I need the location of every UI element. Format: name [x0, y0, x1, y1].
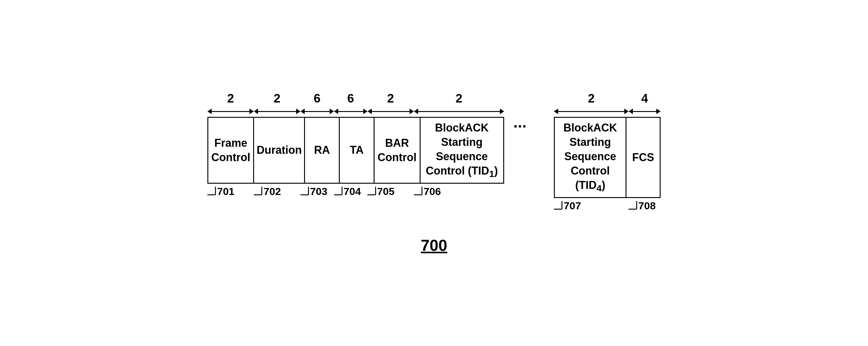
main-block: 2 2 [207, 91, 504, 197]
label-bracket-bss4 [554, 201, 562, 210]
arrow-dur-label: 2 [274, 91, 280, 105]
line-fc [212, 111, 249, 112]
arrow-ra-double [301, 107, 334, 116]
cell-ta-text: TA [350, 143, 364, 157]
arrow-fc: 2 [207, 91, 254, 116]
arrowhead-left-bss4 [554, 109, 558, 114]
label-group-bss4: 707 [554, 199, 628, 212]
arrow-bss4-double [554, 107, 628, 116]
arrow-fcs-double [628, 107, 661, 116]
cell-duration: Duration [254, 117, 305, 184]
arrow-bss4: 2 [554, 91, 628, 116]
arrowhead-left-ra [301, 109, 305, 114]
arrow-ra-label: 6 [313, 91, 320, 105]
arrow-bss1: 2 [414, 91, 504, 116]
cell-blockack-seq4: BlockACKStartingSequenceControl (TID4) [554, 117, 626, 198]
arrow-ra: 6 [301, 91, 334, 116]
label-text-dur: 702 [264, 185, 281, 197]
cell-fc-text: Frame Control [211, 136, 251, 165]
line-fcs [633, 111, 656, 112]
label-bracket-ta [334, 187, 342, 195]
label-text-fc: 701 [217, 185, 235, 197]
arrowhead-right-fcs [656, 109, 661, 114]
arrow-bss1-double [414, 107, 504, 116]
label-group-bss1: 706 [414, 185, 504, 197]
main-labels-row: 701 702 703 704 705 [207, 185, 504, 197]
arrow-fc-label: 2 [227, 91, 234, 105]
main-arrows-row: 2 2 [207, 91, 504, 116]
arrowhead-left-ta [334, 109, 338, 114]
right-cells-row: BlockACKStartingSequenceControl (TID4) F… [554, 117, 661, 198]
label-bracket-ra [301, 187, 309, 195]
diagram-wrapper: 2 2 [0, 79, 868, 266]
cell-bar-text: BARControl [378, 136, 416, 165]
cell-bar-control: BARControl [374, 117, 420, 184]
cell-bss4-text: BlockACKStartingSequenceControl (TID4) [557, 121, 623, 194]
cell-bss1-text: BlockACKStartingSequenceControl (TID1) [426, 121, 498, 180]
cell-fcs: FCS [626, 117, 661, 198]
arrowhead-right-dur [296, 109, 301, 114]
main-cells-row: Frame Control Duration RA TA BARControl … [207, 117, 504, 184]
arrow-ta: 6 [334, 91, 368, 116]
arrow-ta-double [334, 107, 368, 116]
label-text-ta: 704 [344, 185, 361, 197]
label-text-bss1: 706 [424, 185, 441, 197]
arrow-dur: 2 [254, 91, 300, 116]
line-bss1 [418, 111, 500, 112]
figure-label: 700 [421, 236, 447, 255]
right-block: 2 4 [554, 91, 661, 211]
right-arrows-row: 2 4 [554, 91, 661, 116]
arrow-ta-label: 6 [347, 91, 354, 105]
label-group-dur: 702 [254, 185, 300, 197]
cell-ra: RA [305, 117, 340, 184]
label-bracket-bar [368, 187, 376, 195]
line-bss4 [558, 111, 624, 112]
arrowhead-left-bar [368, 109, 372, 114]
label-group-ra: 703 [301, 185, 334, 197]
line-ra [305, 111, 330, 112]
cell-fcs-text: FCS [632, 150, 654, 165]
arrowhead-right-ta [363, 109, 368, 114]
arrow-dur-double [254, 107, 300, 116]
cell-frame-control: Frame Control [207, 117, 254, 184]
arrow-bar: 2 [368, 91, 414, 116]
line-bar [372, 111, 410, 112]
arrow-bar-double [368, 107, 414, 116]
blocks-row: 2 2 [207, 91, 661, 211]
line-dur [258, 111, 296, 112]
cell-ta: TA [340, 117, 374, 184]
label-group-ta: 704 [334, 185, 368, 197]
label-text-ra: 703 [310, 185, 328, 197]
arrowhead-right-fc [249, 109, 254, 114]
arrowhead-left-fcs [628, 109, 633, 114]
label-text-bss4: 707 [564, 199, 581, 212]
arrowhead-right-bss1 [500, 109, 504, 114]
ellipsis: ... [504, 91, 535, 152]
label-bracket-fcs [628, 201, 637, 210]
label-bracket-fc [207, 187, 216, 195]
arrow-bss4-label: 2 [588, 91, 595, 105]
arrow-fcs: 4 [628, 91, 661, 116]
label-text-fcs: 708 [638, 199, 656, 212]
cell-dur-text: Duration [256, 143, 302, 157]
arrowhead-right-bar [410, 109, 414, 114]
arrowhead-left-fc [207, 109, 212, 114]
right-labels-row: 707 708 [554, 199, 661, 212]
label-group-fc: 701 [207, 185, 254, 197]
label-group-bar: 705 [368, 185, 414, 197]
line-ta [338, 111, 363, 112]
label-bracket-dur [254, 187, 262, 195]
label-text-bar: 705 [377, 185, 395, 197]
arrowhead-right-bss4 [624, 109, 628, 114]
label-group-fcs: 708 [628, 199, 661, 212]
arrow-bss1-label: 2 [456, 91, 462, 105]
arrowhead-right-ra [330, 109, 334, 114]
arrowhead-left-bss1 [414, 109, 418, 114]
arrow-bar-label: 2 [388, 91, 394, 105]
label-bracket-bss1 [414, 187, 423, 195]
cell-ra-text: RA [314, 143, 330, 157]
arrowhead-left-dur [254, 109, 258, 114]
cell-blockack-seq1: BlockACKStartingSequenceControl (TID1) [421, 117, 504, 184]
arrow-fcs-label: 4 [641, 91, 648, 105]
arrow-fc-double [207, 107, 254, 116]
